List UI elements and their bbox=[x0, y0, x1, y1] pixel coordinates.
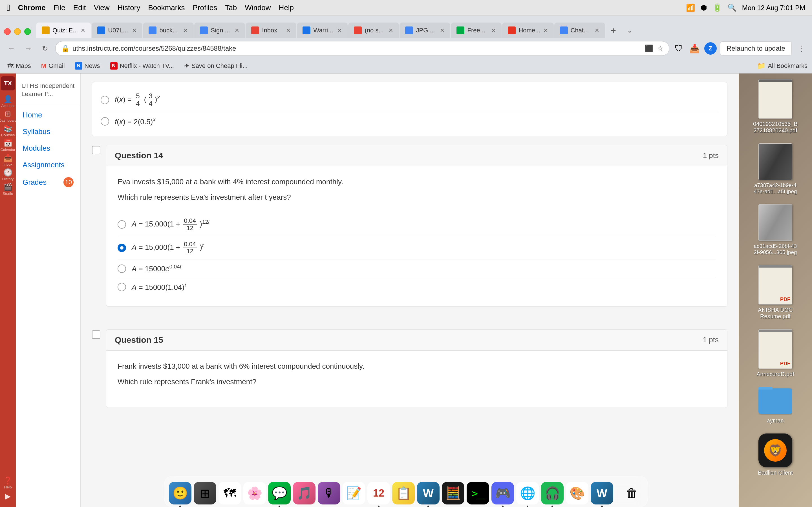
dock-discord[interactable]: 🎮 bbox=[492, 482, 514, 504]
desktop-file-5[interactable]: PDF AnnexureD.pdf bbox=[742, 327, 809, 380]
tab-buck[interactable]: buck... ✕ bbox=[143, 22, 194, 38]
address-input[interactable]: 🔒 uths.instructure.com/courses/5268/quiz… bbox=[55, 41, 669, 56]
relaunch-button[interactable]: Relaunch to update bbox=[720, 41, 792, 55]
sidebar-item-help[interactable]: ❓ Help bbox=[1, 476, 15, 490]
tab-chat[interactable]: Chat... ✕ bbox=[554, 22, 605, 38]
tab-close-inbox[interactable]: ✕ bbox=[286, 27, 291, 34]
bookmark-news[interactable]: N News bbox=[72, 61, 103, 71]
maximize-window-btn[interactable] bbox=[24, 28, 31, 35]
tab-close-buck[interactable]: ✕ bbox=[183, 27, 188, 34]
sidebar-collapse-button[interactable]: ◀ bbox=[1, 490, 15, 504]
dock-podcasts[interactable]: 🎙 bbox=[318, 482, 340, 504]
nav-assignments[interactable]: Assignments bbox=[16, 157, 80, 173]
tab-quiz[interactable]: Quiz: E... ✕ bbox=[36, 22, 91, 38]
radio-prev-1[interactable] bbox=[101, 96, 109, 104]
dock-music[interactable]: 🎵 bbox=[293, 482, 315, 504]
screen-icon[interactable]: ⬛ bbox=[645, 45, 653, 52]
tab-free[interactable]: Free... ✕ bbox=[451, 22, 502, 38]
desktop-file-6[interactable]: ayman bbox=[742, 384, 809, 427]
menubar-edit[interactable]: Edit bbox=[73, 3, 86, 12]
flag-checkbox-14[interactable] bbox=[92, 146, 100, 154]
sidebar-item-courses[interactable]: 📚 Courses bbox=[1, 124, 15, 138]
desktop-file-7[interactable]: 🦁 Badlion Client bbox=[742, 431, 809, 479]
tab-close-free[interactable]: ✕ bbox=[491, 27, 496, 34]
search-icon[interactable]: 🔍 bbox=[727, 3, 737, 12]
tab-home[interactable]: Home... ✕ bbox=[502, 22, 553, 38]
close-window-btn[interactable] bbox=[4, 28, 11, 35]
dock-finder[interactable]: 🙂 bbox=[169, 482, 192, 504]
desktop-file-2[interactable]: a7387a42-1b9e-447e-ad1...a5f.jpeg bbox=[742, 140, 809, 198]
tab-gmail-no[interactable]: (no s... ✕ bbox=[348, 22, 399, 38]
radio-14-a[interactable] bbox=[117, 220, 126, 229]
dock-reminders[interactable]: 📝 bbox=[343, 482, 365, 504]
nav-grades[interactable]: Grades 10 bbox=[16, 173, 80, 191]
sidebar-item-history[interactable]: 🕐 History bbox=[1, 168, 15, 182]
menubar-file[interactable]: File bbox=[54, 3, 65, 12]
tab-close-quiz[interactable]: ✕ bbox=[81, 27, 86, 34]
sidebar-item-calendar[interactable]: 📅 Calendar bbox=[1, 138, 15, 152]
nav-syllabus[interactable]: Syllabus bbox=[16, 123, 80, 140]
tab-close-jpg[interactable]: ✕ bbox=[440, 27, 445, 34]
tab-u07l[interactable]: U07L... ✕ bbox=[92, 22, 142, 38]
flag-checkbox-15[interactable] bbox=[92, 330, 100, 339]
battery-icon[interactable]: 🔋 bbox=[713, 3, 722, 12]
radio-14-c[interactable] bbox=[117, 265, 126, 273]
desktop-file-1[interactable]: 040193210535_B27218820240.pdf bbox=[742, 76, 809, 136]
all-bookmarks-button[interactable]: 📁 All Bookmarks bbox=[757, 62, 808, 70]
bookmark-star-icon[interactable]: ☆ bbox=[657, 45, 663, 52]
menubar-help[interactable]: Help bbox=[279, 3, 294, 12]
tab-close-gmail-no[interactable]: ✕ bbox=[389, 27, 393, 34]
tab-jpg[interactable]: JPG ... ✕ bbox=[400, 22, 450, 38]
extension-icon-1[interactable]: 🛡 bbox=[673, 42, 685, 55]
wifi-icon[interactable]: 📶 bbox=[686, 3, 695, 12]
sidebar-item-studio[interactable]: 🎬 Studio bbox=[1, 182, 15, 196]
bookmark-gmail[interactable]: M Gmail bbox=[38, 61, 68, 71]
dock-notes[interactable]: 📋 bbox=[392, 482, 415, 504]
tab-close-warr[interactable]: ✕ bbox=[337, 27, 342, 34]
sidebar-item-inbox[interactable]: 📥 Inbox bbox=[1, 153, 15, 167]
tab-close-home[interactable]: ✕ bbox=[543, 27, 548, 34]
radio-14-d[interactable] bbox=[117, 283, 126, 291]
new-tab-button[interactable]: + bbox=[606, 22, 621, 38]
sidebar-item-account[interactable]: 👤 Account bbox=[1, 94, 15, 108]
dock-word2[interactable]: W bbox=[591, 482, 613, 504]
radio-14-b[interactable] bbox=[117, 244, 126, 252]
menubar-window[interactable]: Window bbox=[245, 3, 271, 12]
extension-icon-2[interactable]: 📥 bbox=[689, 42, 701, 55]
minimize-window-btn[interactable] bbox=[14, 28, 21, 35]
tab-close-sign[interactable]: ✕ bbox=[235, 27, 239, 34]
back-button[interactable]: ← bbox=[4, 42, 18, 55]
sidebar-item-dashboard[interactable]: ⊞ Dashboard bbox=[1, 109, 15, 123]
apple-menu[interactable]:  bbox=[7, 3, 10, 13]
dock-photos[interactable]: 🌸 bbox=[243, 482, 266, 504]
nav-modules[interactable]: Modules bbox=[16, 140, 80, 157]
tab-close-u07l[interactable]: ✕ bbox=[132, 27, 137, 34]
chrome-menu-button[interactable]: ⋮ bbox=[795, 44, 808, 53]
tab-sign[interactable]: Sign ... ✕ bbox=[194, 22, 245, 38]
dock-word[interactable]: W bbox=[417, 482, 440, 504]
desktop-file-4[interactable]: PDF ANISHA DOCResume.pdf bbox=[742, 262, 809, 323]
menubar-view[interactable]: View bbox=[94, 3, 110, 12]
forward-button[interactable]: → bbox=[21, 42, 35, 55]
more-tabs-button[interactable]: ⌄ bbox=[622, 22, 638, 38]
dock-launchpad[interactable]: ⊞ bbox=[194, 482, 216, 504]
dock-terminal[interactable]: >_ bbox=[467, 482, 489, 504]
dock-chrome[interactable]: 🌐 bbox=[516, 482, 539, 504]
nav-home[interactable]: Home bbox=[16, 107, 80, 123]
tab-warr[interactable]: Warri... ✕ bbox=[297, 22, 348, 38]
bookmark-netflix[interactable]: N Netflix - Watch TV... bbox=[107, 61, 177, 71]
dock-calculator[interactable]: 🧮 bbox=[442, 482, 464, 504]
menubar-tab[interactable]: Tab bbox=[225, 3, 237, 12]
bluetooth-icon[interactable]: ⬢ bbox=[701, 3, 707, 12]
menubar-profiles[interactable]: Profiles bbox=[193, 3, 217, 12]
dock-trash[interactable]: 🗑 bbox=[620, 482, 643, 504]
reload-button[interactable]: ↻ bbox=[38, 42, 52, 55]
tab-close-chat[interactable]: ✕ bbox=[595, 27, 599, 34]
menubar-bookmarks[interactable]: Bookmarks bbox=[148, 3, 185, 12]
dock-calendar[interactable]: 12 bbox=[367, 482, 390, 504]
canvas-logo[interactable]: TX bbox=[1, 76, 15, 91]
menubar-app[interactable]: Chrome bbox=[18, 3, 46, 12]
profile-icon[interactable]: Z bbox=[704, 42, 717, 55]
bookmark-maps[interactable]: 🗺 Maps bbox=[4, 61, 34, 71]
dock-maps[interactable]: 🗺 bbox=[218, 482, 241, 504]
